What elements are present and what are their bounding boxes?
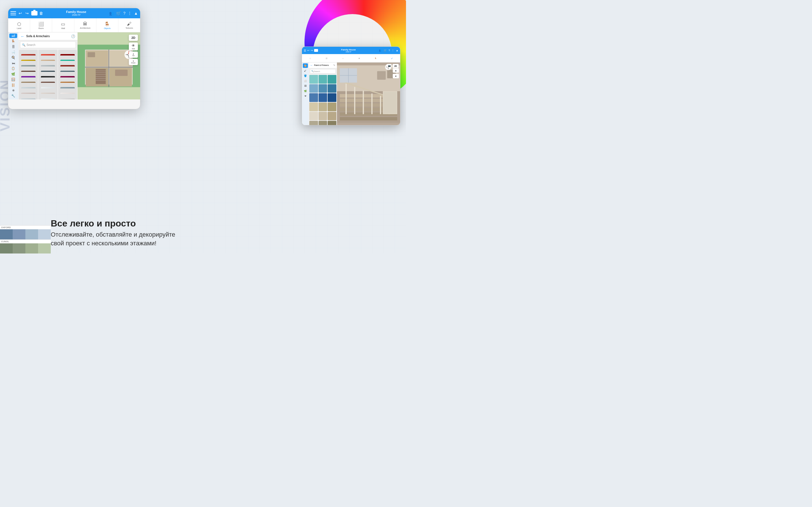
sec-menu-icon[interactable]: ☰ (304, 49, 306, 52)
visit-button[interactable]: 👁 Visit (129, 43, 138, 50)
tab-textures[interactable]: 🖌 Textures (118, 18, 140, 32)
undo-button[interactable]: ↩ (18, 11, 23, 15)
sidebar-cat-storage[interactable]: 🗄 (9, 45, 17, 49)
secondary-toolbar: ☰ ↩ ↪ Family House 2680 ft² 👥 🛒 ? ⋮ ▲ (302, 47, 400, 54)
sidebar-cat-stairs[interactable]: 🪜 (9, 83, 17, 87)
sec-sidebar-frame[interactable]: 🖼 (303, 83, 308, 88)
sec-redo-button[interactable]: ↪ (311, 49, 313, 52)
paint-chip-3[interactable] (327, 75, 336, 83)
page-content: ↩ ↪ 🗑 Family House 2680 ft² 👥 🛒 ? ⋮ ▲ ⬡ … (0, 0, 406, 253)
sec-tab-textures[interactable]: 🖌 (384, 54, 400, 62)
sec-tab-architecture[interactable]: 🏛 (351, 54, 367, 62)
toolbar-right-icons: 👥 🛒 ? ⋮ ▲ (109, 11, 138, 15)
sec-edit-icon[interactable]: ✎ (333, 64, 336, 67)
sidebar-cat-deco[interactable]: 🌿 (9, 72, 17, 76)
sec-expand-icon[interactable]: ▲ (396, 49, 398, 52)
paint-chip-9[interactable] (327, 93, 336, 102)
sec-tab-wall[interactable]: ▭ (335, 54, 351, 62)
sec-more-icon[interactable]: ⋮ (392, 49, 394, 52)
sidebar-cat-misc[interactable]: 🔧 (9, 94, 17, 98)
help-icon[interactable]: ? (123, 11, 125, 15)
back-arrow-button[interactable]: ← (20, 34, 24, 39)
cart-icon[interactable]: 🛒 (116, 11, 121, 15)
sec-help-icon[interactable]: ? (389, 49, 390, 52)
tab-objects[interactable]: 🪑 Objects (96, 18, 118, 32)
sec-sidebar-fav[interactable]: ❤ (303, 94, 308, 98)
sidebar-cat-bath[interactable]: 🛁 (9, 50, 17, 54)
search-placeholder-text: Search (27, 43, 36, 47)
sec-back-button[interactable]: ← (310, 64, 313, 67)
sec-up-button[interactable]: ▲ (393, 68, 399, 73)
paint-chip-15[interactable] (327, 112, 336, 121)
people-icon[interactable]: 👥 (109, 11, 114, 15)
paint-chip-2[interactable] (319, 75, 327, 83)
camera-icon[interactable] (31, 11, 38, 15)
sec-down-button[interactable]: ▼ (393, 74, 399, 78)
sofa-item-25[interactable] (19, 94, 38, 100)
sec-sidebar-brush[interactable]: 🖌 (303, 68, 308, 73)
paint-chip-11[interactable] (319, 103, 327, 111)
tab-architecture[interactable]: 🏛 Architecture (74, 18, 96, 32)
down-button[interactable]: ▼ Down (129, 59, 138, 65)
up-button[interactable]: ▲ Up (129, 52, 138, 58)
sec-undo-button[interactable]: ↩ (307, 49, 310, 52)
search-clock-icon[interactable]: 🕐 (71, 34, 75, 38)
items-panel: ← Sofa & Armchairs 🕐 🔍 Search (18, 33, 78, 100)
sofa-item-26[interactable] (38, 94, 57, 100)
secondary-paint-panel: ← Paint & Primers ✎ 🔍 Search (309, 62, 337, 125)
menu-icon[interactable] (10, 11, 16, 15)
paint-chip-10[interactable] (309, 103, 318, 111)
paint-chip-6[interactable] (327, 84, 336, 93)
trash-icon[interactable]: 🗑 (39, 11, 43, 15)
sec-search-box[interactable]: 🔍 Search (310, 69, 336, 73)
tab-wall[interactable]: ▭ Wall (52, 18, 74, 32)
sidebar-cat-bed[interactable]: 🛏 (9, 61, 17, 65)
sec-camera-icon[interactable] (314, 49, 318, 52)
expand-icon[interactable]: ▲ (134, 11, 138, 15)
paint-chip-17[interactable] (319, 121, 327, 125)
sec-sidebar-wall[interactable]: ⬜ (303, 78, 308, 83)
tab-land-label: Land (17, 27, 21, 29)
paint-chip-14[interactable] (319, 112, 327, 121)
paint-chip-16[interactable] (309, 121, 318, 125)
down-label: Down (131, 62, 135, 64)
paint-chip-1[interactable] (309, 75, 318, 83)
sec-2d-button[interactable]: 2D (393, 64, 399, 68)
paint-chip-13[interactable] (309, 112, 318, 121)
category-title-label: Sofa & Armchairs (26, 35, 69, 38)
paint-chip-18[interactable] (327, 121, 336, 125)
sidebar-cat-sofa[interactable]: 🛋 (9, 34, 17, 38)
tab-textures-label: Textures (125, 27, 133, 29)
search-box[interactable]: 🔍 Search (20, 41, 76, 48)
sec-people-icon[interactable]: 👥 (379, 49, 382, 52)
sec-video-icon[interactable]: 📷 (387, 64, 392, 67)
paint-chip-12[interactable] (327, 103, 336, 111)
sec-search-placeholder: Search (314, 70, 320, 72)
paint-chip-5[interactable] (319, 84, 327, 93)
sec-tab-room[interactable]: ⬜ (318, 54, 335, 62)
tab-room[interactable]: ⬜ Room (30, 18, 52, 32)
tab-land[interactable]: ⬡ Land (8, 18, 30, 32)
paint-chip-7[interactable] (309, 93, 318, 102)
bottom-text-section: Все легко и просто Отслеживайте, обставл… (51, 218, 299, 248)
paint-chip-4[interactable] (309, 84, 318, 93)
sidebar-cat-chair[interactable]: 🪑 (9, 39, 17, 43)
sec-cart-icon[interactable]: 🛒 (384, 49, 387, 52)
sidebar-cat-mirror[interactable]: 🪞 (9, 66, 17, 71)
sidebar-cat-hvac[interactable]: ❄ (9, 88, 17, 93)
sofa-thumbnail (60, 98, 75, 100)
sofa-item-27[interactable] (58, 94, 77, 100)
more-icon[interactable]: ⋮ (128, 11, 132, 15)
sec-tab-land[interactable]: ⬡ (302, 54, 318, 62)
sec-sidebar-plant[interactable]: 🌿 (303, 89, 308, 93)
sec-tab-objects[interactable]: 🪑 (367, 54, 384, 62)
eye-icon: 👁 (132, 44, 135, 48)
sidebar-cat-kitchen[interactable]: 🍳 (9, 55, 17, 60)
sec-sidebar-bucket[interactable]: 🪣 (303, 73, 308, 78)
sidebar-cat-window[interactable]: 🪟 (9, 77, 17, 82)
redo-button[interactable]: ↪ (24, 11, 30, 15)
paint-chip-8[interactable] (319, 93, 327, 102)
2d-toggle-button[interactable]: 2D (129, 35, 138, 41)
app-title-sub: 2680 ft² (45, 13, 107, 16)
sec-sidebar-paint[interactable]: 🎨 (303, 63, 308, 68)
